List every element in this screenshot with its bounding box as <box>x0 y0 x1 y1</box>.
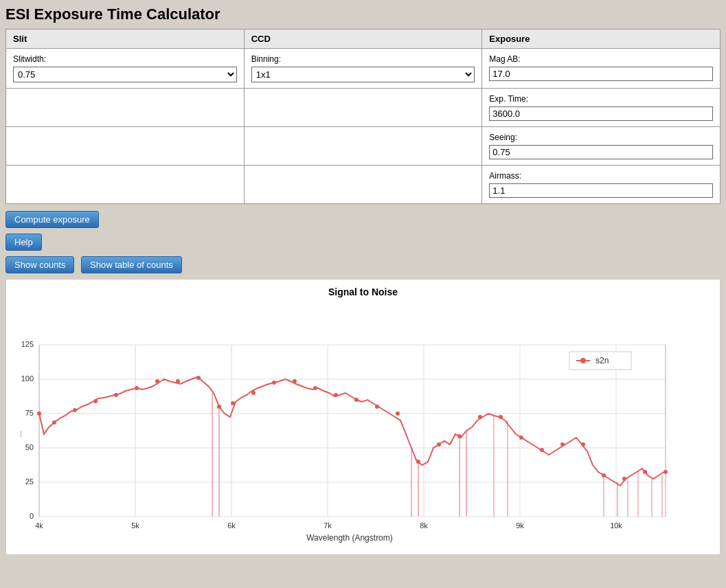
svg-point-43 <box>313 386 317 390</box>
exposure-row4: Airmass: <box>482 166 721 204</box>
svg-text:4k: 4k <box>35 521 43 530</box>
exposure-row2: Exp. Time: <box>482 89 721 127</box>
seeing-input[interactable] <box>489 145 713 159</box>
svg-text:9k: 9k <box>516 521 524 530</box>
svg-text:10k: 10k <box>610 521 622 530</box>
svg-point-54 <box>540 448 544 452</box>
svg-point-44 <box>334 393 338 397</box>
svg-point-58 <box>622 477 626 481</box>
svg-point-34 <box>135 386 139 390</box>
binning-label: Binning: <box>251 54 475 64</box>
exposure-header: Exposure <box>482 30 721 49</box>
ccd-row1: Binning: 1x1 2x2 3x3 <box>244 49 482 89</box>
svg-text:75: 75 <box>25 409 34 417</box>
svg-point-56 <box>581 442 585 446</box>
svg-point-77 <box>580 358 586 363</box>
svg-point-40 <box>251 391 256 395</box>
help-row: Help <box>5 234 721 251</box>
svg-text:6k: 6k <box>227 521 236 530</box>
slit-row2 <box>6 89 245 127</box>
svg-point-42 <box>293 379 297 383</box>
exp-time-input[interactable] <box>489 106 713 121</box>
svg-text:0: 0 <box>30 512 34 520</box>
seeing-label: Seeing: <box>489 133 713 142</box>
svg-point-55 <box>560 442 565 446</box>
slit-header: Slit <box>6 30 245 49</box>
svg-text:...: ... <box>14 431 23 437</box>
compute-button[interactable]: Compute exposure <box>5 211 99 228</box>
show-counts-button[interactable]: Show counts <box>5 256 74 273</box>
slit-row4 <box>6 166 245 204</box>
svg-point-49 <box>437 442 441 446</box>
slitwidth-select[interactable]: 0.50 0.75 1.00 1.25 1.50 <box>13 67 237 82</box>
form-table: Slit CCD Exposure Slitwidth: 0.50 0.75 1… <box>5 29 721 204</box>
svg-point-53 <box>519 436 523 440</box>
svg-text:50: 50 <box>25 443 34 451</box>
svg-text:100: 100 <box>21 374 34 383</box>
svg-point-31 <box>73 408 77 412</box>
svg-point-60 <box>663 470 668 474</box>
svg-point-35 <box>155 379 159 383</box>
svg-text:125: 125 <box>21 340 34 348</box>
svg-point-51 <box>478 415 482 419</box>
svg-point-33 <box>114 393 118 397</box>
binning-select[interactable]: 1x1 2x2 3x3 <box>251 67 475 82</box>
chart-svg: 0 25 50 75 100 125 ... <box>13 300 686 547</box>
svg-point-46 <box>375 405 379 409</box>
svg-point-29 <box>37 411 41 416</box>
svg-text:5k: 5k <box>131 521 139 530</box>
svg-point-52 <box>499 415 503 419</box>
help-button[interactable]: Help <box>5 234 42 251</box>
svg-point-45 <box>354 398 359 402</box>
chart-area: 0 25 50 75 100 125 ... <box>13 300 713 547</box>
ccd-row4 <box>244 166 482 204</box>
svg-point-59 <box>643 470 647 474</box>
exp-time-label: Exp. Time: <box>489 94 713 104</box>
svg-point-39 <box>231 401 235 405</box>
mag-ab-input[interactable] <box>489 67 713 81</box>
show-counts-row: Show counts Show table of counts <box>5 256 721 273</box>
svg-point-36 <box>176 379 180 383</box>
airmass-input[interactable] <box>489 183 713 198</box>
ccd-row3 <box>244 127 482 166</box>
airmass-label: Airmass: <box>489 171 713 181</box>
svg-point-37 <box>196 376 201 380</box>
slit-row1: Slitwidth: 0.50 0.75 1.00 1.25 1.50 <box>6 49 245 89</box>
svg-point-32 <box>93 399 98 403</box>
show-table-button[interactable]: Show table of counts <box>81 256 182 273</box>
svg-text:25: 25 <box>25 477 34 486</box>
ccd-row2 <box>244 89 482 127</box>
svg-point-41 <box>272 381 276 385</box>
svg-text:8k: 8k <box>420 521 428 530</box>
exposure-row1: Mag AB: <box>482 49 721 89</box>
mag-ab-label: Mag AB: <box>489 54 713 64</box>
svg-text:7k: 7k <box>324 521 332 530</box>
chart-title: Signal to Noise <box>13 286 713 297</box>
slitwidth-label: Slitwidth: <box>13 54 237 64</box>
slit-row3 <box>6 127 245 166</box>
svg-point-30 <box>52 420 56 425</box>
svg-text:s2n: s2n <box>595 356 609 365</box>
ccd-header: CCD <box>244 30 482 49</box>
exposure-row3: Seeing: <box>482 127 721 166</box>
page-title: ESI Exposure Time Calculator <box>5 5 721 23</box>
svg-point-47 <box>396 411 400 416</box>
controls-row: Compute exposure <box>5 211 721 228</box>
chart-container: Signal to Noise 0 25 50 75 100 125 ... <box>5 279 721 555</box>
svg-text:Wavelength (Angstrom): Wavelength (Angstrom) <box>306 533 393 543</box>
